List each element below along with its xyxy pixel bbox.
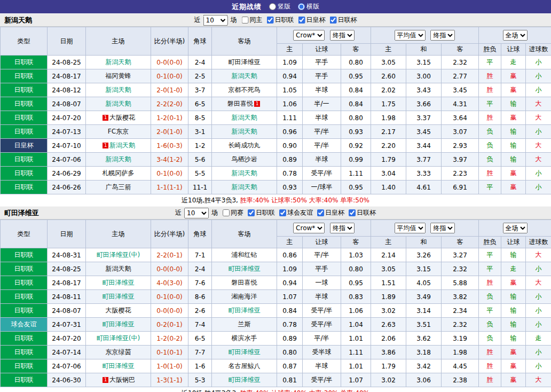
team-link[interactable]: 町田泽维亚 [229, 376, 261, 383]
team-link[interactable]: 广岛三箭 [106, 183, 131, 191]
score-link[interactable]: 0-2(0-1) [151, 318, 188, 332]
filter-checkbox[interactable]: 日职联 [248, 208, 275, 217]
result-cell: 输 [501, 125, 526, 139]
score-link[interactable]: 4-0(3-0) [151, 276, 188, 290]
asia-stage-select[interactable]: 终指 [330, 30, 355, 41]
filter-checkbox[interactable]: 日皇杯 [317, 208, 344, 217]
checkbox-input[interactable] [298, 17, 305, 23]
team-link[interactable]: 名古屋鲸八 [229, 362, 261, 370]
checkbox-input[interactable] [330, 17, 337, 23]
scope-select[interactable]: 全场 [503, 30, 528, 41]
checkbox-input[interactable] [267, 17, 274, 23]
team-link[interactable]: 新潟天鹅 [232, 114, 257, 121]
score-link[interactable]: 2-2(2-0) [151, 97, 188, 111]
team-link[interactable]: 磐田喜悦 [227, 100, 253, 107]
euro-source-select[interactable]: 平均值 [395, 30, 426, 41]
team-link[interactable]: 新潟天鹅 [106, 155, 131, 163]
score-link[interactable]: 1-3(1-1) [151, 373, 188, 387]
team-link[interactable]: 町田泽维亚 [229, 348, 261, 356]
team-link[interactable]: 新潟天鹅 [232, 72, 257, 80]
score-link[interactable]: 0-0(0-0) [151, 262, 188, 276]
euro-stage-select[interactable]: 终指 [430, 30, 455, 41]
layout-radio-vertical[interactable]: 竖版 [269, 2, 290, 11]
score-link[interactable]: 1-1(1-1) [151, 181, 188, 194]
team-link[interactable]: 湘南海洋 [232, 293, 257, 300]
asia-stage-select[interactable]: 终指 [330, 223, 355, 233]
team-link[interactable]: 町田泽维亚 [229, 58, 261, 66]
team-link[interactable]: 町田泽维亚 [103, 320, 135, 328]
team-link[interactable]: 大阪樱花 [109, 114, 135, 121]
team-link[interactable]: 鸟栖沙岩 [232, 155, 257, 163]
team-link[interactable]: 横滨水手 [232, 334, 257, 342]
scope-select[interactable]: 全场 [503, 223, 528, 233]
filter-checkbox[interactable]: 日联杯 [349, 208, 376, 217]
team-link[interactable]: 町田泽维亚 [103, 293, 135, 300]
team-link[interactable]: 町田泽维亚 [103, 362, 135, 370]
team-link[interactable]: 新潟天鹅 [232, 128, 257, 135]
checkbox-input[interactable] [349, 209, 356, 216]
score-link[interactable]: 3-4(1-2) [151, 153, 188, 167]
score-link[interactable]: 2-0(1-0) [151, 125, 188, 139]
score-link[interactable]: 1-2(0-1) [151, 111, 188, 125]
bookmaker-select[interactable]: Crow* [293, 223, 325, 233]
team-link[interactable]: 福冈黄蜂 [106, 72, 131, 80]
score-link[interactable]: 0-0(0-0) [151, 304, 188, 318]
horizontal-radio[interactable] [298, 3, 305, 10]
team-link[interactable]: 兰斯 [238, 320, 251, 328]
team-link[interactable]: 札幌冈萨多 [103, 169, 135, 177]
team-link[interactable]: 磐田喜悦 [232, 279, 257, 286]
match-row: 日职联24-08-17町田泽维亚4-0(3-0)7-6磐田喜悦0.94一球0.9… [1, 276, 551, 290]
euro-source-select[interactable]: 平均值 [395, 223, 426, 233]
team-link[interactable]: 町田泽维亚(中) [97, 251, 140, 258]
team-link[interactable]: 町田泽维亚 [229, 265, 261, 272]
team-cell-home: 福冈黄蜂 [86, 69, 151, 83]
filter-checkbox[interactable]: 日皇杯 [298, 15, 326, 25]
filter-checkbox[interactable]: 日联杯 [330, 15, 357, 25]
team-link[interactable]: 町田泽维亚(中) [97, 334, 140, 342]
team-link[interactable]: 町田泽维亚 [103, 279, 135, 286]
bookmaker-select[interactable]: Crow* [293, 30, 325, 41]
team-link[interactable]: 町田泽维亚 [229, 307, 261, 314]
team-link[interactable]: 浦和红钻 [232, 251, 257, 258]
vertical-radio[interactable] [269, 3, 276, 10]
checkbox-input[interactable] [242, 17, 249, 23]
score-link[interactable]: 1-2(0-2) [151, 332, 188, 346]
team-link[interactable]: FC东京 [108, 128, 129, 135]
team-link[interactable]: 东京绿茵 [106, 348, 131, 356]
team-link[interactable]: 大阪钢巴 [109, 376, 135, 383]
checkbox-input[interactable] [223, 209, 230, 216]
checkbox-input[interactable] [248, 209, 255, 216]
score-link[interactable]: 0-1(0-0) [151, 167, 188, 181]
score-link[interactable]: 2-0(1-0) [151, 83, 188, 97]
score-link[interactable]: 2-2(0-1) [151, 248, 188, 262]
filter-checkbox[interactable]: 球会友谊 [279, 208, 313, 217]
filter-checkbox[interactable]: 同赛 [223, 208, 243, 217]
filter-checkbox[interactable]: 同主 [242, 15, 263, 25]
recent-count-select[interactable]: 10 [184, 208, 209, 218]
filter-controls: 近 10 场 同主日职联日皇杯日联杯 [194, 15, 357, 26]
filter-checkbox[interactable]: 日职联 [267, 15, 294, 25]
score-link[interactable]: 0-1(0-0) [151, 290, 188, 304]
score-link[interactable]: 0-1(0-1) [151, 346, 188, 359]
team-link[interactable]: 长崎成功丸 [229, 142, 261, 149]
team-link[interactable]: 新潟天鹅 [106, 100, 131, 107]
layout-radio-horizontal[interactable]: 横版 [298, 2, 319, 11]
team-link[interactable]: 新潟天鹅 [106, 265, 131, 272]
league-badge: 日职联 [1, 97, 48, 111]
team-link[interactable]: 新潟天鹅 [232, 169, 257, 177]
team-link[interactable]: 京都不死鸟 [229, 86, 261, 93]
score-link[interactable]: 1-6(0-3) [151, 139, 188, 153]
team-link[interactable]: 新潟天鹅 [109, 142, 135, 149]
euro-stage-select[interactable]: 终指 [430, 223, 455, 233]
checkbox-input[interactable] [317, 209, 324, 216]
checkbox-input[interactable] [279, 209, 286, 216]
score-link[interactable]: 0-1(0-0) [151, 69, 188, 83]
team-link[interactable]: 新潟天鹅 [232, 183, 257, 191]
score-link[interactable]: 0-0(0-0) [151, 56, 188, 69]
asia-odds-cell: 1.09 [277, 56, 303, 69]
team-link[interactable]: 新潟天鹅 [106, 58, 131, 66]
score-link[interactable]: 1-0(1-0) [151, 359, 188, 373]
team-link[interactable]: 新潟天鹅 [106, 86, 131, 93]
recent-count-select[interactable]: 10 [203, 15, 228, 26]
team-link[interactable]: 大阪樱花 [106, 307, 131, 314]
